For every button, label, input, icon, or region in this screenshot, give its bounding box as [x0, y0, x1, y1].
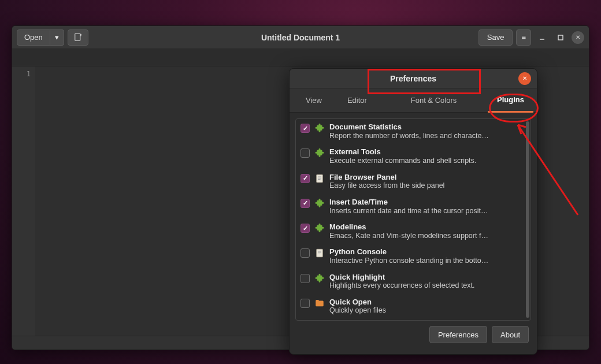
- plugin-row[interactable]: External ToolsExecute external commands …: [296, 144, 530, 169]
- plugin-name: Modelines: [329, 222, 522, 232]
- plugin-icon: [314, 273, 325, 284]
- plugin-description: Emacs, Kate and Vim-style modelines supp…: [329, 232, 522, 241]
- plugin-row[interactable]: Quick HighlightHighlights every occurren…: [296, 269, 530, 294]
- plugin-row[interactable]: ModelinesEmacs, Kate and Vim-style model…: [296, 219, 530, 244]
- tab-view[interactable]: View: [293, 88, 335, 113]
- plugin-description: Highlights every occurrences of selected…: [329, 281, 522, 291]
- plugin-text: Quick HighlightHighlights every occurren…: [329, 273, 522, 291]
- preferences-footer: Preferences About: [295, 321, 531, 348]
- plugin-checkbox[interactable]: [300, 199, 310, 208]
- preferences-header: Preferences: [290, 69, 537, 88]
- plugin-name: Python Console: [329, 247, 522, 257]
- svg-rect-0: [75, 34, 80, 40]
- plugin-icon: [314, 198, 325, 209]
- window-controls: Save ≡: [478, 29, 584, 46]
- svg-rect-3: [317, 250, 323, 258]
- preferences-close-button[interactable]: [518, 72, 531, 85]
- plugin-icon: [314, 123, 325, 133]
- hamburger-menu-button[interactable]: ≡: [516, 29, 531, 46]
- minimize-button[interactable]: [535, 30, 550, 45]
- plugin-description: Quickly open files: [329, 306, 522, 315]
- plugin-checkbox[interactable]: [300, 124, 310, 133]
- plugin-icon: [314, 223, 325, 233]
- plugin-description: Execute external commands and shell scri…: [329, 157, 522, 166]
- plugin-text: Quick OpenQuickly open files: [329, 298, 522, 315]
- plugin-text: ModelinesEmacs, Kate and Vim-style model…: [329, 222, 522, 240]
- plugin-text: Document StatisticsReport the number of …: [329, 122, 522, 140]
- new-document-icon: [73, 32, 83, 43]
- plugin-icon: [314, 248, 325, 258]
- plugin-name: Document Statistics: [329, 122, 522, 132]
- preferences-title: Preferences: [390, 74, 436, 83]
- close-button[interactable]: [572, 31, 584, 44]
- plugin-checkbox[interactable]: [300, 299, 310, 308]
- open-dropdown-button[interactable]: ▾: [50, 29, 64, 46]
- plugin-name: Insert Date/Time: [329, 198, 522, 207]
- save-button[interactable]: Save: [478, 29, 513, 46]
- plugin-description: Report the number of words, lines and ch…: [329, 132, 522, 141]
- plugin-checkbox[interactable]: [300, 224, 310, 233]
- document-tab-bar[interactable]: [12, 49, 589, 66]
- plugin-row[interactable]: Insert Date/TimeInserts current date and…: [296, 194, 530, 219]
- plugin-checkbox[interactable]: [300, 148, 310, 158]
- tab-editor[interactable]: Editor: [335, 88, 380, 113]
- plugin-checkbox[interactable]: [300, 274, 310, 283]
- plugin-row[interactable]: Python ConsoleInteractive Python console…: [296, 244, 530, 269]
- plugin-checkbox[interactable]: [300, 174, 310, 183]
- preferences-dialog: Preferences View Editor Font & Colors Pl…: [289, 68, 537, 355]
- svg-rect-1: [558, 35, 563, 40]
- plugin-row[interactable]: Quick OpenQuickly open files: [296, 294, 530, 319]
- plugins-panel: Document StatisticsReport the number of …: [290, 113, 537, 354]
- plugin-icon: [314, 148, 325, 158]
- maximize-button[interactable]: [553, 30, 568, 45]
- plugin-name: Quick Open: [329, 298, 522, 307]
- maximize-icon: [557, 34, 564, 41]
- plugin-text: Insert Date/TimeInserts current date and…: [329, 198, 522, 216]
- plugin-description: Easy file access from the side panel: [329, 181, 522, 191]
- plugin-list[interactable]: Document StatisticsReport the number of …: [295, 118, 531, 321]
- tab-plugins[interactable]: Plugins: [488, 88, 533, 113]
- tab-font-colors[interactable]: Font & Colors: [380, 88, 488, 113]
- open-button[interactable]: Open: [17, 29, 50, 46]
- plugin-preferences-button[interactable]: Preferences: [429, 326, 487, 343]
- open-button-group: Open ▾: [17, 29, 64, 46]
- plugin-name: External Tools: [329, 147, 522, 157]
- menu-icon: ≡: [521, 33, 526, 42]
- plugin-icon: [314, 298, 325, 309]
- titlebar: Open ▾ Untitled Document 1 Save ≡: [12, 26, 589, 49]
- line-number-gutter: 1: [12, 66, 35, 336]
- plugin-checkbox[interactable]: [300, 248, 310, 258]
- svg-rect-2: [317, 174, 323, 183]
- minimize-icon: [539, 34, 546, 41]
- plugin-row[interactable]: File Browser PanelEasy file access from …: [296, 169, 530, 194]
- plugin-name: File Browser Panel: [329, 173, 522, 182]
- plugin-text: External ToolsExecute external commands …: [329, 147, 522, 165]
- plugin-description: Interactive Python console standing in t…: [329, 257, 522, 266]
- plugin-name: Quick Highlight: [329, 273, 522, 282]
- plugin-text: File Browser PanelEasy file access from …: [329, 173, 522, 191]
- plugin-icon: [314, 173, 325, 184]
- new-tab-button[interactable]: [68, 29, 88, 46]
- preferences-tabs: View Editor Font & Colors Plugins: [290, 88, 537, 113]
- chevron-down-icon: ▾: [55, 33, 59, 42]
- plugin-text: Python ConsoleInteractive Python console…: [329, 247, 522, 265]
- plugin-about-button[interactable]: About: [492, 326, 529, 343]
- plugin-description: Inserts current date and time at the cur…: [329, 207, 522, 216]
- plugin-row[interactable]: Document StatisticsReport the number of …: [296, 119, 530, 144]
